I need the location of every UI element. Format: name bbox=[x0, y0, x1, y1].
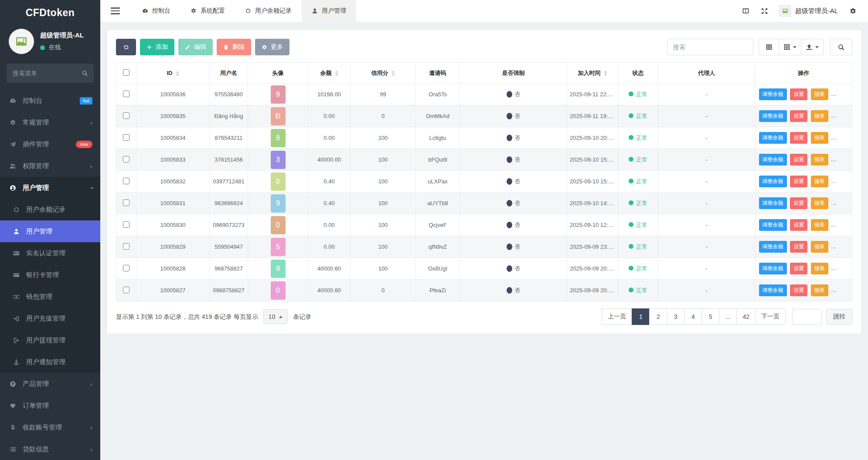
report-button[interactable]: 报表 bbox=[811, 176, 828, 187]
report-button[interactable]: 报表 bbox=[811, 88, 828, 100]
sidebar-item[interactable]: 用户提现管理 bbox=[0, 329, 100, 351]
row-edit-button[interactable] bbox=[831, 110, 843, 122]
row-edit-button[interactable] bbox=[831, 197, 843, 209]
row-checkbox[interactable] bbox=[123, 200, 129, 206]
adjust-balance-button[interactable]: 调整余额 bbox=[759, 110, 787, 122]
settings-button[interactable]: 设置 bbox=[790, 88, 807, 100]
nav-tab[interactable]: 系统配置 bbox=[180, 0, 235, 22]
sidebar-item[interactable]: 插件管理 new bbox=[0, 133, 100, 155]
row-edit-button[interactable] bbox=[831, 176, 843, 187]
view-option-button[interactable] bbox=[801, 39, 824, 55]
row-checkbox[interactable] bbox=[123, 112, 129, 119]
sidebar-item[interactable]: 控制台 hot bbox=[0, 90, 100, 112]
page-size-select[interactable]: 10 bbox=[263, 309, 288, 324]
adjust-balance-button[interactable]: 调整余额 bbox=[759, 176, 787, 187]
settings-button[interactable]: 设置 bbox=[790, 241, 807, 253]
sidebar-item[interactable]: 用户充值管理 bbox=[0, 308, 100, 329]
settings-button[interactable]: 设置 bbox=[790, 284, 807, 296]
column-header[interactable]: 信用分 bbox=[351, 63, 416, 84]
sidebar-item[interactable]: 常规管理 ‹ bbox=[0, 112, 100, 133]
row-checkbox[interactable] bbox=[123, 265, 129, 271]
hamburger-menu-icon[interactable] bbox=[111, 7, 120, 14]
row-checkbox[interactable] bbox=[123, 91, 129, 97]
row-checkbox[interactable] bbox=[123, 156, 129, 162]
page-button[interactable]: 2 bbox=[649, 308, 667, 325]
column-header[interactable]: 余额 bbox=[308, 63, 351, 84]
table-search-input[interactable] bbox=[667, 39, 753, 55]
sidebar-item[interactable]: 用户管理 ‹ bbox=[0, 177, 100, 199]
page-button[interactable]: 上一页 bbox=[602, 308, 632, 325]
sort-icon[interactable] bbox=[176, 71, 179, 76]
report-button[interactable]: 报表 bbox=[811, 241, 828, 253]
sidebar-item[interactable]: 权限管理 ‹ bbox=[0, 155, 100, 177]
adjust-balance-button[interactable]: 调整余额 bbox=[759, 154, 787, 166]
refresh-button[interactable] bbox=[116, 39, 136, 55]
brand-logo[interactable]: CFDtoken bbox=[0, 0, 100, 25]
jump-button[interactable]: 跳转 bbox=[826, 309, 852, 325]
row-edit-button[interactable] bbox=[831, 263, 843, 274]
report-button[interactable]: 报表 bbox=[811, 154, 828, 166]
settings-button[interactable]: 设置 bbox=[790, 110, 807, 122]
sidebar-item[interactable]: 用户通知管理 bbox=[0, 351, 100, 373]
settings-button[interactable]: 设置 bbox=[790, 154, 807, 166]
adjust-balance-button[interactable]: 调整余额 bbox=[759, 263, 787, 274]
sort-icon[interactable] bbox=[335, 71, 338, 76]
column-header[interactable]: 加入时间 bbox=[567, 63, 618, 84]
language-icon[interactable] bbox=[742, 7, 749, 15]
column-header[interactable]: ID bbox=[136, 63, 210, 84]
adjust-balance-button[interactable]: 调整余额 bbox=[759, 219, 787, 231]
select-all-checkbox[interactable] bbox=[123, 69, 129, 76]
fullscreen-icon[interactable] bbox=[761, 7, 768, 15]
row-delete-button[interactable] bbox=[847, 176, 852, 187]
settings-gear-icon[interactable] bbox=[849, 7, 857, 15]
row-delete-button[interactable] bbox=[847, 132, 852, 144]
column-header[interactable]: 操作 bbox=[755, 63, 852, 84]
page-button[interactable]: ... bbox=[719, 308, 737, 325]
row-edit-button[interactable] bbox=[831, 88, 843, 100]
row-edit-button[interactable] bbox=[831, 284, 843, 296]
settings-button[interactable]: 设置 bbox=[790, 263, 807, 274]
report-button[interactable]: 报表 bbox=[811, 284, 828, 296]
nav-tab[interactable]: 用户余额记录 bbox=[235, 0, 302, 22]
report-button[interactable]: 报表 bbox=[811, 263, 828, 274]
sidebar-item[interactable]: 钱包管理 bbox=[0, 286, 100, 308]
view-option-button[interactable] bbox=[779, 39, 801, 55]
page-button[interactable]: 1 bbox=[632, 308, 650, 325]
row-delete-button[interactable] bbox=[847, 241, 852, 253]
nav-tab[interactable]: 用户管理 bbox=[302, 0, 356, 22]
navbar-user[interactable]: 超级管理员-AL bbox=[779, 5, 838, 17]
row-delete-button[interactable] bbox=[847, 263, 852, 274]
settings-button[interactable]: 设置 bbox=[790, 197, 807, 209]
settings-button[interactable]: 设置 bbox=[790, 176, 807, 187]
column-header[interactable]: 是否强制 bbox=[460, 63, 567, 84]
report-button[interactable]: 报表 bbox=[811, 197, 828, 209]
column-header[interactable]: 状态 bbox=[618, 63, 658, 84]
sidebar-item[interactable]: 订单管理 bbox=[0, 395, 100, 416]
row-checkbox[interactable] bbox=[123, 221, 129, 228]
sort-icon[interactable] bbox=[604, 71, 607, 76]
row-edit-button[interactable] bbox=[831, 154, 843, 166]
settings-button[interactable]: 设置 bbox=[790, 219, 807, 231]
page-button[interactable]: 下一页 bbox=[755, 308, 786, 325]
column-header[interactable]: 头像 bbox=[248, 63, 308, 84]
row-checkbox[interactable] bbox=[123, 287, 129, 293]
edit-button[interactable]: 编辑 bbox=[178, 39, 213, 55]
view-option-button[interactable] bbox=[759, 39, 779, 55]
page-button[interactable]: 3 bbox=[667, 308, 684, 325]
page-button[interactable]: 5 bbox=[701, 308, 719, 325]
sidebar-item[interactable]: 用户余额记录 bbox=[0, 199, 100, 220]
adjust-balance-button[interactable]: 调整余额 bbox=[759, 197, 787, 209]
sidebar-item[interactable]: 产品管理 ‹ bbox=[0, 373, 100, 395]
sidebar-item[interactable]: 实名认证管理 bbox=[0, 242, 100, 264]
report-button[interactable]: 报表 bbox=[811, 132, 828, 144]
row-edit-button[interactable] bbox=[831, 241, 843, 253]
menu-search-input[interactable] bbox=[7, 64, 94, 83]
page-button[interactable]: 42 bbox=[736, 308, 756, 325]
settings-button[interactable]: 设置 bbox=[790, 132, 807, 144]
row-delete-button[interactable] bbox=[847, 219, 852, 231]
adjust-balance-button[interactable]: 调整余额 bbox=[759, 284, 787, 296]
row-delete-button[interactable] bbox=[847, 197, 852, 209]
row-checkbox[interactable] bbox=[123, 134, 129, 141]
row-delete-button[interactable] bbox=[847, 284, 852, 296]
row-delete-button[interactable] bbox=[847, 154, 852, 166]
